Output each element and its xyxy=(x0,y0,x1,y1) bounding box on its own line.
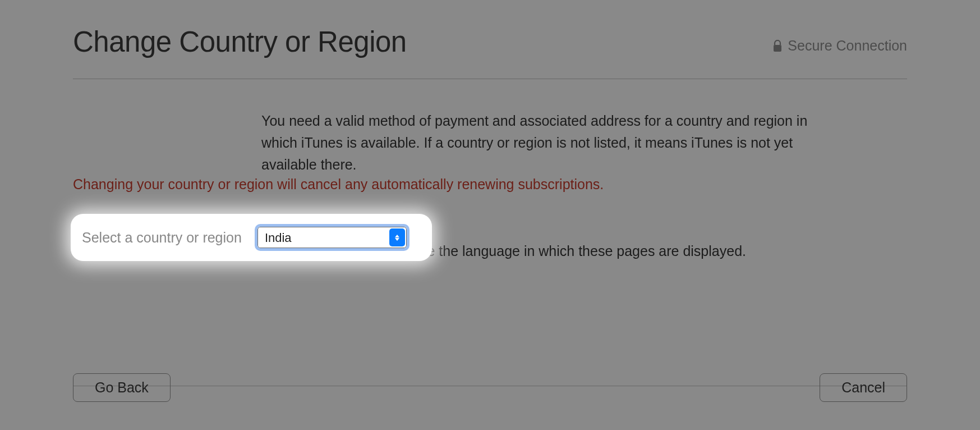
country-select[interactable]: India xyxy=(257,227,407,248)
svg-rect-0 xyxy=(774,45,781,52)
page-title: Change Country or Region xyxy=(73,25,407,58)
page-header: Change Country or Region Secure Connecti… xyxy=(73,25,907,79)
lock-icon xyxy=(773,40,782,52)
country-select-highlight: Select a country or region India xyxy=(71,214,432,261)
cancel-button[interactable]: Cancel xyxy=(820,373,907,402)
chevron-up-icon xyxy=(395,235,399,237)
warning-text: Changing your country or region will can… xyxy=(73,176,907,193)
country-select-wrap: India xyxy=(257,227,407,248)
info-text: You need a valid method of payment and a… xyxy=(261,110,828,175)
secure-connection-label: Secure Connection xyxy=(788,38,907,54)
secure-connection-indicator: Secure Connection xyxy=(773,38,907,58)
go-back-button[interactable]: Go Back xyxy=(73,373,171,402)
select-stepper-icon[interactable] xyxy=(389,228,405,246)
chevron-down-icon xyxy=(395,238,399,241)
select-country-label: Select a country or region xyxy=(82,230,242,246)
footer-buttons: Go Back Cancel xyxy=(73,351,907,402)
